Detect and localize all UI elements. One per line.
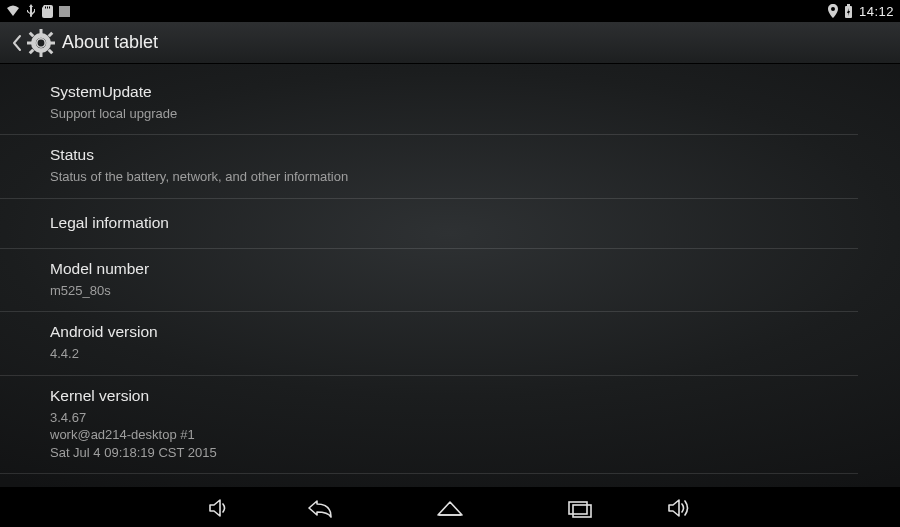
volume-up-button[interactable]	[660, 488, 700, 528]
status-bar: 14:12	[0, 0, 900, 22]
svg-rect-9	[40, 29, 43, 34]
item-title: Status	[50, 145, 858, 166]
svg-rect-1	[47, 6, 48, 8]
svg-rect-19	[573, 505, 591, 517]
item-subtitle: 4.4.2	[50, 345, 858, 363]
svg-rect-5	[847, 4, 850, 6]
location-icon	[828, 4, 838, 18]
item-title: SystemUpdate	[50, 82, 858, 103]
navigation-bar	[0, 487, 900, 527]
home-nav-button[interactable]	[430, 488, 470, 528]
item-status[interactable]: Status Status of the battery, network, a…	[0, 135, 858, 198]
item-subtitle: Status of the battery, network, and othe…	[50, 168, 858, 186]
item-legal-information[interactable]: Legal information	[0, 199, 858, 249]
item-title: Android version	[50, 322, 858, 343]
back-button[interactable]	[8, 34, 26, 52]
svg-rect-3	[59, 6, 70, 17]
item-subtitle: 3.4.67 work@ad214-desktop #1 Sat Jul 4 0…	[50, 409, 858, 462]
svg-rect-0	[45, 6, 46, 8]
sd-card-icon	[42, 5, 53, 18]
page-title: About tablet	[62, 32, 158, 53]
svg-rect-12	[50, 41, 55, 44]
item-subtitle: Support local upgrade	[50, 105, 858, 123]
item-title: Legal information	[50, 213, 858, 234]
item-system-update[interactable]: SystemUpdate Support local upgrade	[0, 72, 858, 135]
volume-down-button[interactable]	[200, 488, 240, 528]
item-model-number[interactable]: Model number m525_80s	[0, 249, 858, 312]
item-android-version[interactable]: Android version 4.4.2	[0, 312, 858, 375]
about-list: SystemUpdate Support local upgrade Statu…	[0, 64, 900, 487]
item-kernel-version[interactable]: Kernel version 3.4.67 work@ad214-desktop…	[0, 376, 858, 475]
svg-rect-10	[40, 52, 43, 57]
item-title: Model number	[50, 259, 858, 280]
usb-icon	[26, 4, 36, 18]
wifi-icon	[6, 5, 20, 17]
svg-rect-11	[27, 41, 32, 44]
svg-rect-18	[569, 502, 587, 514]
item-title: Kernel version	[50, 386, 858, 407]
header: About tablet	[0, 22, 900, 64]
settings-gear-icon	[26, 28, 56, 58]
recents-nav-button[interactable]	[560, 488, 600, 528]
item-subtitle: m525_80s	[50, 282, 858, 300]
item-build-number[interactable]: Build number ALPS.KK1.MP10.V1.6	[0, 474, 858, 487]
status-time: 14:12	[859, 4, 894, 19]
battery-charging-icon	[844, 4, 853, 18]
app-notify-icon	[59, 6, 70, 17]
back-nav-button[interactable]	[300, 488, 340, 528]
svg-rect-2	[49, 6, 50, 8]
